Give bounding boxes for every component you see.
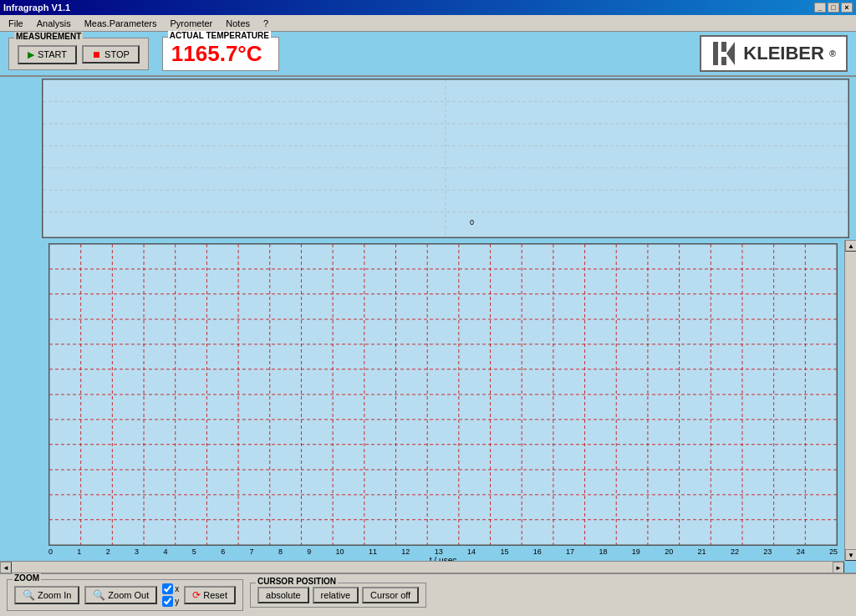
chart-bottom: 1.400,0 1.300,0 1.200,0 1.100,0 1.000,0 …: [0, 240, 844, 561]
menu-bar: File Analysis Meas.Parameters Pyrometer …: [0, 15, 856, 32]
maximize-button[interactable]: □: [828, 3, 839, 13]
measurement-label: MEASUREMENT: [14, 32, 83, 41]
registered-symbol: ®: [829, 48, 836, 59]
top-panel: MEASUREMENT ▶ START ⏹ STOP ACTUAL TEMPER…: [0, 32, 856, 77]
measurement-group: MEASUREMENT ▶ START ⏹ STOP: [8, 38, 149, 70]
zoom-checkboxes: x y: [162, 583, 179, 607]
scroll-down-button[interactable]: ▼: [845, 549, 856, 561]
menu-pyrometer[interactable]: Pyrometer: [166, 18, 218, 29]
cursor-position-label: CURSOR POSITION: [256, 577, 338, 586]
scroll-right-button[interactable]: ►: [833, 562, 844, 573]
scroll-up-button[interactable]: ▲: [845, 240, 856, 252]
chart-bottom-wrapper: ▲ ▼ ◄ ►: [0, 240, 856, 573]
kleiber-icon: [711, 40, 738, 67]
cursor-off-button[interactable]: Cursor off: [362, 587, 419, 603]
bottom-bar: ZOOM 🔍 Zoom In 🔍 Zoom Out x y ⟳ Reset CU…: [0, 573, 856, 616]
stop-icon: ⏹: [92, 49, 101, 59]
chart-top: 1.400 1.200 1.000 800 600 400 200 T / °C: [42, 79, 849, 238]
start-button[interactable]: ▶ START: [18, 45, 77, 64]
scrollbar-bottom: ◄ ►: [0, 561, 844, 573]
menu-notes[interactable]: Notes: [221, 18, 255, 29]
menu-meas-parameters[interactable]: Meas.Parameters: [79, 18, 162, 29]
scroll-left-button[interactable]: ◄: [0, 562, 12, 573]
scrollbar-right: ▲ ▼: [844, 240, 856, 561]
stop-button[interactable]: ⏹ STOP: [82, 45, 140, 64]
cursor-position-group: CURSOR POSITION absolute relative Cursor…: [250, 583, 426, 608]
chart-bottom-svg: [49, 244, 837, 545]
actual-temperature-value: 1165.7°C: [171, 41, 262, 66]
chart-bottom-x-labels: 012345 67891011 121314151617 18192021222…: [48, 546, 838, 556]
zoom-group: ZOOM 🔍 Zoom In 🔍 Zoom Out x y ⟳ Reset: [7, 579, 243, 611]
zoom-y-checkbox[interactable]: [162, 596, 173, 607]
title-bar-controls: _ □ ×: [814, 3, 853, 13]
zoom-out-button[interactable]: 🔍 Zoom Out: [84, 586, 157, 604]
kleiber-logo: KLEIBER ®: [700, 35, 848, 72]
absolute-button[interactable]: absolute: [257, 587, 309, 603]
menu-analysis[interactable]: Analysis: [32, 18, 76, 29]
x-tick-0: 0: [470, 218, 474, 227]
actual-temperature-box: ACTUAL TEMPERATURE 1165.7°C: [162, 37, 279, 71]
svg-rect-2: [721, 57, 726, 65]
start-icon: ▶: [28, 49, 34, 60]
zoom-in-icon: 🔍: [23, 589, 35, 601]
window-title: Infragraph V1.1: [3, 3, 70, 13]
zoom-out-icon: 🔍: [93, 589, 105, 601]
zoom-label: ZOOM: [13, 573, 41, 583]
svg-rect-0: [713, 42, 718, 65]
main-content: MEASUREMENT ▶ START ⏹ STOP ACTUAL TEMPER…: [0, 32, 856, 573]
actual-temperature-label: ACTUAL TEMPERATURE: [168, 31, 271, 40]
svg-marker-3: [726, 42, 735, 65]
kleiber-text: KLEIBER: [743, 43, 824, 64]
reset-button[interactable]: ⟳ Reset: [184, 586, 236, 604]
menu-help[interactable]: ?: [258, 18, 273, 29]
zoom-x-label: x: [175, 584, 179, 593]
close-button[interactable]: ×: [841, 3, 853, 13]
chart-top-container: 1.400 1.200 1.000 800 600 400 200 T / °C…: [0, 77, 856, 240]
zoom-x-checkbox[interactable]: [162, 583, 173, 594]
svg-rect-1: [721, 42, 726, 52]
relative-button[interactable]: relative: [313, 587, 359, 603]
title-bar: Infragraph V1.1 _ □ ×: [0, 0, 856, 15]
chart-top-svg: [43, 79, 848, 237]
minimize-button[interactable]: _: [814, 3, 826, 13]
chart-bottom-inner: 1.400,0 1.300,0 1.200,0 1.100,0 1.000,0 …: [48, 243, 838, 546]
zoom-in-button[interactable]: 🔍 Zoom In: [14, 586, 79, 604]
zoom-y-label: y: [175, 597, 179, 606]
menu-file[interactable]: File: [3, 18, 28, 29]
reset-icon: ⟳: [192, 589, 201, 601]
